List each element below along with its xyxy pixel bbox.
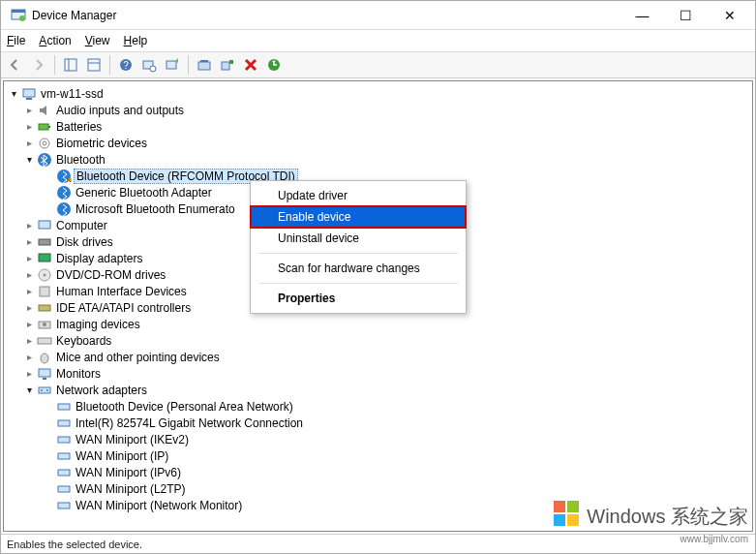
menu-action[interactable]: Action xyxy=(39,34,71,47)
tree-node-net-wan-ip[interactable]: WAN Miniport (IP) xyxy=(4,447,752,464)
svg-rect-33 xyxy=(39,305,50,311)
tree-node-network[interactable]: Network adapters xyxy=(4,382,752,398)
expand-icon[interactable] xyxy=(23,302,35,313)
hid-icon xyxy=(37,284,52,299)
svg-rect-32 xyxy=(40,287,49,296)
svg-point-31 xyxy=(44,273,46,276)
expand-icon[interactable] xyxy=(23,319,35,329)
node-label: Biometric devices xyxy=(54,137,149,150)
tree-node-imaging[interactable]: Imaging devices xyxy=(4,316,752,332)
expand-icon[interactable] xyxy=(8,88,19,99)
svg-rect-17 xyxy=(23,89,35,97)
tree-node-net-wan-ipv6[interactable]: WAN Miniport (IPv6) xyxy=(4,464,752,480)
uninstall-device-button[interactable] xyxy=(194,54,215,76)
back-button[interactable] xyxy=(5,54,26,76)
svg-rect-18 xyxy=(26,98,32,100)
svg-point-2 xyxy=(19,15,25,21)
expand-icon[interactable] xyxy=(23,368,35,379)
show-hide-tree-button[interactable] xyxy=(60,54,81,76)
node-label: Human Interface Devices xyxy=(54,285,189,298)
toolbar-sep xyxy=(188,55,189,75)
tree-root[interactable]: vm-w11-ssd xyxy=(4,85,752,102)
tree-node-bluetooth[interactable]: Bluetooth xyxy=(4,151,752,168)
expand-icon[interactable] xyxy=(23,154,35,165)
properties-button[interactable] xyxy=(83,54,105,76)
svg-point-41 xyxy=(41,389,43,391)
refresh-button[interactable] xyxy=(263,54,285,76)
keyboard-icon xyxy=(37,333,52,349)
expand-icon[interactable] xyxy=(23,335,35,346)
toolbar-sep xyxy=(54,55,55,75)
svg-rect-19 xyxy=(39,124,48,130)
ctx-uninstall-device[interactable]: Uninstall device xyxy=(251,228,466,249)
expand-icon[interactable] xyxy=(23,269,35,280)
tree-node-net-btpan[interactable]: Bluetooth Device (Personal Area Network) xyxy=(4,398,752,415)
ctx-update-driver[interactable]: Update driver xyxy=(251,185,466,206)
ctx-scan-hardware[interactable]: Scan for hardware changes xyxy=(251,258,466,279)
maximize-button[interactable]: ☐ xyxy=(664,2,708,29)
expand-icon[interactable] xyxy=(23,105,35,115)
menubar: File Action View Help xyxy=(1,30,755,51)
node-label: Mice and other pointing devices xyxy=(54,351,222,364)
tree-node-biometric[interactable]: Biometric devices xyxy=(4,135,752,151)
ctx-enable-device[interactable]: Enable device xyxy=(251,206,466,228)
help-button[interactable]: ? xyxy=(115,54,136,76)
expand-icon[interactable] xyxy=(23,286,35,296)
titlebar: Device Manager — ☐ ✕ xyxy=(1,1,755,30)
node-label: WAN Miniport (IP) xyxy=(74,449,170,463)
node-label: WAN Miniport (L2TP) xyxy=(74,482,188,496)
svg-rect-36 xyxy=(38,338,51,344)
watermark-url: www.bjjmlv.com xyxy=(680,534,748,544)
node-label: Network adapters xyxy=(54,384,149,397)
tree-node-batteries[interactable]: Batteries xyxy=(4,118,752,135)
svg-point-37 xyxy=(41,354,48,363)
menu-help[interactable]: Help xyxy=(124,34,148,47)
tree-node-net-wan-l2tp[interactable]: WAN Miniport (L2TP) xyxy=(4,480,752,497)
bluetooth-icon xyxy=(56,201,72,217)
expand-icon[interactable] xyxy=(23,138,35,148)
tree-node-mice[interactable]: Mice and other pointing devices xyxy=(4,349,752,365)
expand-icon[interactable] xyxy=(23,385,35,395)
expand-icon[interactable] xyxy=(23,220,35,231)
bluetooth-icon xyxy=(56,169,72,184)
menu-file[interactable]: File xyxy=(7,34,25,47)
scan-hardware-button[interactable] xyxy=(138,54,160,76)
tree-node-audio[interactable]: Audio inputs and outputs xyxy=(4,102,752,118)
forward-button[interactable] xyxy=(28,54,49,76)
node-label: Batteries xyxy=(54,120,104,134)
svg-rect-44 xyxy=(58,420,70,426)
svg-rect-40 xyxy=(39,387,50,393)
tree-node-keyboards[interactable]: Keyboards xyxy=(4,332,752,349)
svg-rect-15 xyxy=(229,60,233,64)
camera-icon xyxy=(37,317,52,332)
svg-rect-20 xyxy=(48,126,50,128)
window-buttons: — ☐ ✕ xyxy=(620,2,751,29)
tree-node-monitors[interactable]: Monitors xyxy=(4,365,752,382)
menu-view[interactable]: View xyxy=(85,34,110,47)
ctx-properties[interactable]: Properties xyxy=(251,288,466,309)
disable-device-button[interactable] xyxy=(240,54,261,76)
tree-node-net-intel[interactable]: Intel(R) 82574L Gigabit Network Connecti… xyxy=(4,415,752,431)
svg-rect-48 xyxy=(58,486,70,492)
tree-node-net-wan-ikev2[interactable]: WAN Miniport (IKEv2) xyxy=(4,431,752,447)
close-button[interactable]: ✕ xyxy=(708,2,751,29)
svg-point-10 xyxy=(150,66,156,72)
enable-device-button[interactable] xyxy=(217,54,238,76)
computer-icon xyxy=(37,218,52,233)
network-adapter-icon xyxy=(56,416,72,431)
svg-rect-46 xyxy=(58,453,70,459)
disk-icon xyxy=(37,234,52,250)
network-adapter-icon xyxy=(56,432,72,447)
expand-icon[interactable] xyxy=(23,352,35,362)
update-driver-button[interactable] xyxy=(162,54,183,76)
svg-rect-38 xyxy=(39,369,50,377)
minimize-button[interactable]: — xyxy=(620,2,664,29)
expand-icon[interactable] xyxy=(23,253,35,263)
node-label: Keyboards xyxy=(54,334,113,348)
expand-icon[interactable] xyxy=(23,236,35,247)
node-label: Monitors xyxy=(54,367,103,381)
network-adapter-icon xyxy=(56,498,72,513)
network-adapter-icon xyxy=(56,481,72,497)
expand-icon[interactable] xyxy=(23,121,35,132)
network-icon xyxy=(37,383,52,398)
